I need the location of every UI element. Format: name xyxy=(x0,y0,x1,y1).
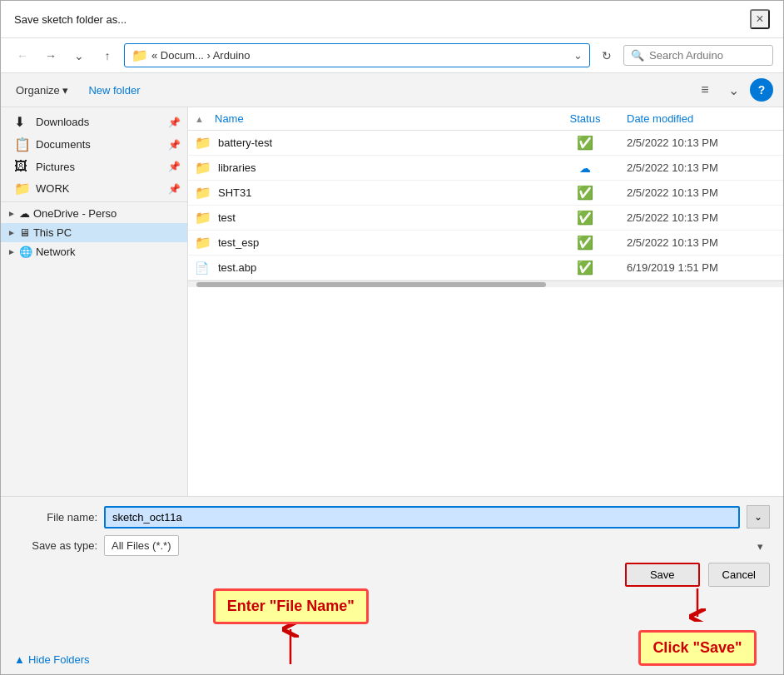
click-save-annotation: Click "Save" xyxy=(638,588,756,666)
up-button[interactable]: ↑ xyxy=(96,44,119,67)
back-button[interactable]: ← xyxy=(11,44,34,67)
refresh-button[interactable]: ↻ xyxy=(595,44,618,67)
sidebar-section-label: OneDrive - Perso xyxy=(33,207,117,220)
table-row[interactable]: 📁 test ✅ 2/5/2022 10:13 PM xyxy=(188,206,783,231)
savetype-wrapper: All Files (*.*) xyxy=(104,535,770,556)
sidebar-separator xyxy=(1,201,187,202)
pin-icon: 📌 xyxy=(168,117,181,128)
col-status-header[interactable]: Status xyxy=(543,112,627,125)
sidebar-item-pictures[interactable]: 🖼 Pictures 📌 xyxy=(1,156,187,177)
enter-filename-annotation: Enter "File Name" xyxy=(213,588,369,666)
sidebar-item-work[interactable]: 📁 WORK 📌 xyxy=(1,177,187,200)
save-button[interactable]: Save xyxy=(625,563,700,587)
file-date: 2/5/2022 10:13 PM xyxy=(627,186,777,199)
table-row[interactable]: 📁 test_esp ✅ 2/5/2022 10:13 PM xyxy=(188,231,783,256)
file-status: ✅ xyxy=(543,210,627,226)
bottom-section: File name: ⌄ Save as type: All Files (*.… xyxy=(1,496,783,674)
forward-button[interactable]: → xyxy=(39,44,62,67)
folder-icon: 📁 xyxy=(195,210,213,226)
folder-icon: 📁 xyxy=(131,47,148,63)
pin-icon: 📌 xyxy=(168,139,181,151)
organize-button[interactable]: Organize ▾ xyxy=(11,82,73,99)
sort-up-icon: ▲ xyxy=(195,114,211,124)
save-cancel-annotation: Save Cancel Click "Save" xyxy=(625,563,770,666)
new-folder-button[interactable]: New folder xyxy=(83,82,145,99)
cancel-button[interactable]: Cancel xyxy=(708,563,770,587)
status-ok-icon: ✅ xyxy=(577,211,593,225)
pin-icon: 📌 xyxy=(168,161,181,172)
filename-row: File name: ⌄ xyxy=(14,505,770,529)
table-row[interactable]: 📁 SHT31 ✅ 2/5/2022 10:13 PM xyxy=(188,181,783,206)
chevron-down-icon: ▲ xyxy=(14,653,25,666)
file-status: ✅ xyxy=(543,135,627,151)
chevron-right-icon: ► xyxy=(7,247,16,256)
main-area: ⬇ Downloads 📌 📋 Documents 📌 🖼 Pictures 📌… xyxy=(1,107,783,496)
hide-folders-label: Hide Folders xyxy=(28,653,90,666)
savetype-select[interactable]: All Files (*.*) xyxy=(104,535,179,556)
search-input[interactable] xyxy=(649,49,766,62)
status-ok-icon: ✅ xyxy=(577,261,593,275)
table-row[interactable]: 📄 test.abp ✅ 6/19/2019 1:51 PM xyxy=(188,256,783,280)
file-list-header: ▲ Name Status Date modified xyxy=(188,107,783,131)
sidebar: ⬇ Downloads 📌 📋 Documents 📌 🖼 Pictures 📌… xyxy=(1,107,188,496)
filename-input[interactable] xyxy=(104,506,740,529)
file-name: libraries xyxy=(218,161,543,174)
folder-icon: 📁 xyxy=(195,160,213,176)
view-dropdown-button[interactable]: ⌄ xyxy=(722,78,745,102)
col-date-header[interactable]: Date modified xyxy=(627,112,777,125)
chevron-right-icon: ► xyxy=(7,209,16,218)
file-date: 6/19/2019 1:51 PM xyxy=(627,261,777,274)
sidebar-item-network[interactable]: ► 🌐 Network xyxy=(1,242,187,261)
file-list: ▲ Name Status Date modified 📁 battery-te… xyxy=(188,107,783,496)
file-name: battery-test xyxy=(218,136,543,149)
file-name: SHT31 xyxy=(218,186,543,199)
file-status: ☁ xyxy=(543,161,627,175)
file-name: test_esp xyxy=(218,236,543,249)
folder-icon: 📁 xyxy=(195,185,213,201)
chevron-right-icon: ► xyxy=(7,228,16,237)
sidebar-item-label: Downloads xyxy=(36,116,89,128)
pictures-icon: 🖼 xyxy=(14,159,31,174)
breadcrumb-bar[interactable]: 📁 « Docum... › Arduino ⌄ xyxy=(124,43,590,67)
close-button[interactable]: × xyxy=(750,9,770,29)
table-row[interactable]: 📁 libraries ☁ 2/5/2022 10:13 PM xyxy=(188,156,783,181)
click-save-label: Click "Save" xyxy=(638,630,756,666)
sidebar-item-onedrive[interactable]: ► ☁ OneDrive - Perso xyxy=(1,204,187,223)
breadcrumb-text: « Docum... › Arduino xyxy=(151,49,251,62)
horizontal-scrollbar[interactable] xyxy=(188,280,783,287)
navigation-toolbar: ← → ⌄ ↑ 📁 « Docum... › Arduino ⌄ ↻ 🔍 xyxy=(1,38,783,73)
sidebar-section-label: This PC xyxy=(33,226,72,239)
file-status: ✅ xyxy=(543,185,627,201)
sidebar-item-thispc[interactable]: ► 🖥 This PC xyxy=(1,223,187,242)
search-bar[interactable]: 🔍 xyxy=(623,45,773,66)
table-row[interactable]: 📁 battery-test ✅ 2/5/2022 10:13 PM xyxy=(188,131,783,156)
file-name-label: File name: xyxy=(14,511,97,524)
filename-dropdown-button[interactable]: ⌄ xyxy=(747,505,770,529)
file-name: test.abp xyxy=(218,261,543,274)
view-options-button[interactable]: ≡ xyxy=(693,78,717,102)
recent-locations-button[interactable]: ⌄ xyxy=(67,44,91,67)
sidebar-item-label: Documents xyxy=(36,138,91,151)
col-name-header[interactable]: Name xyxy=(211,111,543,127)
status-ok-icon: ✅ xyxy=(577,236,593,250)
file-date: 2/5/2022 10:13 PM xyxy=(627,236,777,249)
sidebar-item-documents[interactable]: 📋 Documents 📌 xyxy=(1,133,187,156)
file-date: 2/5/2022 10:13 PM xyxy=(627,161,777,174)
hide-folders-button[interactable]: ▲ Hide Folders xyxy=(14,648,90,666)
file-date: 2/5/2022 10:13 PM xyxy=(627,136,777,149)
file-icon: 📄 xyxy=(195,261,213,275)
download-icon: ⬇ xyxy=(14,114,31,130)
annotation-buttons-row: ▲ Hide Folders Enter "File Name" xyxy=(14,563,770,666)
documents-icon: 📋 xyxy=(14,136,31,152)
scrollbar-thumb xyxy=(196,282,546,287)
work-folder-icon: 📁 xyxy=(14,181,31,196)
network-icon: 🌐 xyxy=(19,246,32,258)
dialog-title: Save sketch folder as... xyxy=(14,13,127,26)
save-dialog: Save sketch folder as... × ← → ⌄ ↑ 📁 « D… xyxy=(0,0,784,675)
sidebar-item-downloads[interactable]: ⬇ Downloads 📌 xyxy=(1,111,187,133)
search-icon: 🔍 xyxy=(631,49,644,62)
save-as-type-label: Save as type: xyxy=(14,539,97,552)
help-button[interactable]: ? xyxy=(750,78,773,102)
computer-icon: 🖥 xyxy=(19,226,30,239)
onedrive-icon: ☁ xyxy=(19,207,30,220)
